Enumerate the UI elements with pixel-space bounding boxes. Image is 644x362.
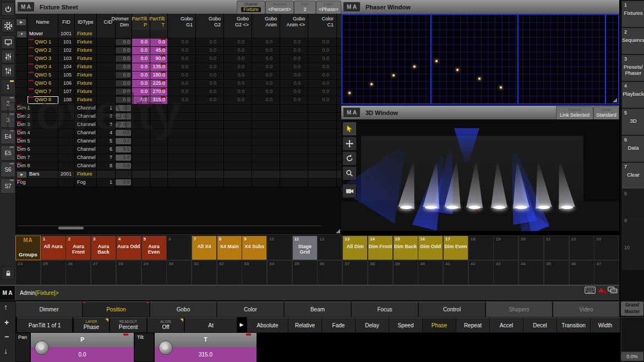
group-pool-item-7[interactable]: 7All X4	[192, 235, 217, 260]
view-button-S7[interactable]: S7	[1, 178, 15, 194]
phaser-step-dot[interactable]	[500, 86, 502, 89]
table-row[interactable]: QWO 6106Fixture0.00.0225.00.00.00.00.00.…	[15, 80, 341, 88]
encoder-function-width[interactable]: Width	[590, 317, 620, 333]
column-header[interactable]: PanTiltP	[132, 14, 150, 30]
faders-icon[interactable]	[1, 50, 15, 63]
view-button-E4[interactable]: E4	[1, 129, 15, 144]
table-row[interactable]: Dim 2Channel20.0	[15, 113, 341, 121]
readout-button[interactable]: Readout <Percent>	[265, 1, 294, 14]
view-button-1[interactable]: 1	[1, 79, 15, 95]
group-pool-item-12[interactable]: 12	[317, 235, 342, 260]
plus-icon[interactable]: +	[4, 318, 9, 327]
tab-focus[interactable]: Focus	[351, 301, 418, 317]
power-icon[interactable]	[1, 2, 15, 16]
group-pool-item-26[interactable]: 26	[66, 260, 91, 285]
view-button-S6[interactable]: S6	[1, 162, 15, 177]
group-pool-item-24[interactable]: 24	[15, 260, 41, 285]
phaser-step-dot[interactable]	[413, 65, 416, 68]
table-row[interactable]: QWO 3103Fixture0.00.090.00.00.00.00.00.0…	[15, 55, 341, 63]
table-row[interactable]: ▼Mover1001Fixture	[15, 30, 341, 39]
group-pool-item-32[interactable]: 32	[217, 260, 242, 285]
group-pool-item-20[interactable]: 20	[519, 235, 544, 260]
table-row[interactable]: Dim 8Channel80.0	[15, 162, 341, 171]
group-pool-item-23[interactable]: 23	[594, 235, 619, 260]
column-header[interactable]: GoboG1	[168, 14, 196, 30]
group-pool-item-28[interactable]: 28	[116, 260, 141, 285]
encoder-function-accel[interactable]: Accel	[489, 317, 523, 333]
group-pool-item-46[interactable]: 46	[569, 260, 594, 285]
encoder-pan[interactable]: P0.0	[31, 333, 134, 362]
phaser-step-dot[interactable]	[348, 92, 351, 94]
group-pool-item-13[interactable]: 13All Dim	[342, 235, 368, 260]
group-pool-item-27[interactable]: 27	[91, 260, 116, 285]
row-expander[interactable]: ▼	[15, 30, 28, 38]
table-row[interactable]: QWO 8108Fixture0.00.0315.00.00.00.00.00.…	[15, 96, 341, 105]
right-view-button-5[interactable]: 53D	[621, 108, 644, 135]
at-button[interactable]: At	[184, 317, 237, 333]
executor-faders-icon[interactable]	[1, 64, 15, 78]
group-pool-item-36[interactable]: 36	[317, 260, 342, 285]
group-pool-item-44[interactable]: 44	[519, 260, 544, 285]
encoder-function-transition[interactable]: Transition	[556, 317, 591, 333]
right-view-button-9[interactable]: 9	[621, 216, 644, 243]
column-header[interactable]: FID	[58, 14, 75, 30]
right-view-button-4[interactable]: 4Playback	[621, 81, 644, 108]
group-pool-item-11[interactable]: 11Stage Grid	[292, 235, 318, 260]
move-tool-icon[interactable]	[342, 136, 357, 151]
expand-arrow-icon[interactable]: ▶	[16, 19, 26, 26]
tab-gobo[interactable]: Gobo	[150, 301, 217, 317]
table-row[interactable]: Dim 5Channel50.0	[15, 138, 341, 146]
group-pool-item-1[interactable]: 1All Aura	[41, 235, 66, 260]
readout-select[interactable]: READOUTPercent	[110, 317, 147, 333]
group-pool-item-40[interactable]: 40	[418, 260, 443, 285]
messages-icon[interactable]	[608, 287, 618, 294]
tab-beam[interactable]: Beam	[284, 301, 351, 317]
expand-arrow-icon[interactable]: ▶	[237, 317, 246, 332]
setup-gear-icon[interactable]	[1, 19, 15, 32]
tab-dimmer[interactable]: Dimmer	[15, 301, 83, 317]
group-pool-item-39[interactable]: 39	[393, 260, 418, 285]
encoder-function-delay[interactable]: Delay	[355, 317, 389, 333]
threed-titlebar[interactable]: M A 3D Window Camera Link Selected Mode …	[341, 106, 619, 120]
channel-fixture-toggle[interactable]: Channel Fixture	[237, 1, 265, 14]
camera-link-button[interactable]: Camera Link Selected	[556, 106, 593, 120]
encoder-knob-icon[interactable]	[159, 341, 173, 355]
group-pool-item-9[interactable]: 9X4 Subs	[242, 235, 267, 260]
table-row[interactable]: Dim 6Channel60.0	[15, 146, 341, 154]
right-view-button-10[interactable]: 10	[621, 243, 644, 270]
keyboard-icon[interactable]	[585, 287, 596, 294]
right-view-button-3[interactable]: 3Presets/ Phaser	[621, 54, 644, 81]
group-pool-item-5[interactable]: 5Aura Even	[141, 235, 167, 260]
rotate-tool-icon[interactable]	[342, 151, 357, 166]
scrollbar-thumb[interactable]	[58, 227, 84, 229]
group-pool-item-37[interactable]: 37	[342, 260, 368, 285]
feature-select-button[interactable]: PanTilt 1 of 1	[17, 317, 73, 333]
right-view-button-8[interactable]: 8	[621, 189, 644, 216]
group-pool-item-35[interactable]: 35	[292, 260, 318, 285]
right-view-button-1[interactable]: 1Fixtures	[621, 1, 644, 28]
layer-button[interactable]: Layer <Phase>	[316, 1, 341, 14]
fixture-sheet-titlebar[interactable]: M A Fixture Sheet Channel Fixture Readou…	[15, 0, 341, 14]
tab-control[interactable]: Control	[418, 301, 485, 317]
group-pool-item-4[interactable]: 4Aura Odd	[116, 235, 141, 260]
table-row[interactable]: QWO 7107Fixture0.00.0270.00.00.00.00.00.…	[15, 88, 341, 96]
column-header[interactable]: DimmerDim	[116, 14, 132, 30]
group-pool-item-3[interactable]: 3Aura Back	[91, 235, 116, 260]
command-line-input[interactable]: Admin[Fixture]>	[20, 290, 58, 296]
oops-warning-icon[interactable]	[598, 287, 608, 294]
group-pool-item-10[interactable]: 10	[267, 235, 292, 260]
group-pool-item-15[interactable]: 15Dim Back	[393, 235, 418, 260]
column-header[interactable]: GoboG2	[196, 14, 224, 30]
view-button-2[interactable]: 2	[1, 96, 15, 111]
phaser-step-dot[interactable]	[392, 74, 395, 76]
group-pool-item-17[interactable]: 17Dim Even	[443, 235, 468, 260]
page-up-icon[interactable]: ↑	[4, 303, 8, 311]
camera-tool-icon[interactable]	[342, 184, 357, 198]
group-pool-item-19[interactable]: 19	[493, 235, 519, 260]
tab-shapers[interactable]: Shapers	[485, 301, 553, 317]
expand-all-button[interactable]: ▶	[15, 14, 28, 30]
group-pool-item-14[interactable]: 14Dim Front	[368, 235, 393, 260]
encoder-function-phase[interactable]: Phase	[422, 317, 456, 333]
table-row[interactable]: Dim 1Channel10.0	[15, 105, 341, 113]
select-tool-icon[interactable]	[342, 122, 357, 136]
